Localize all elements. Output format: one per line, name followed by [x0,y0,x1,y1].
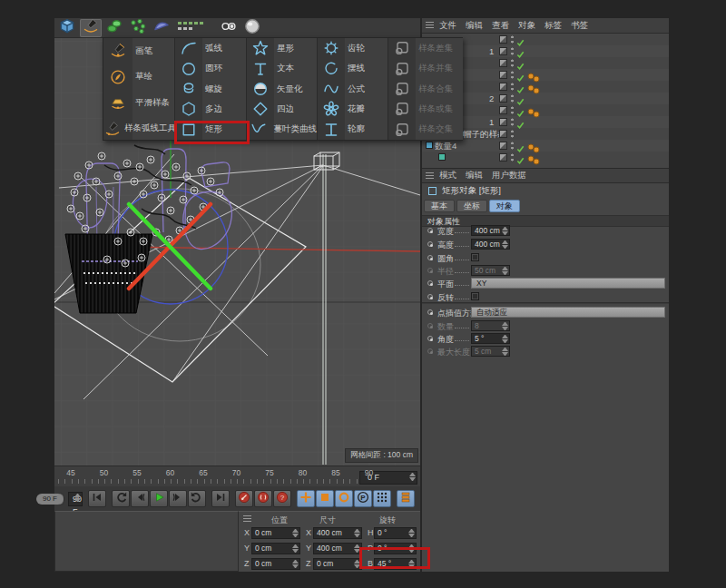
animate-dot-icon[interactable] [427,348,433,354]
animate-dot-icon[interactable] [427,294,433,299]
coords-field-rotation-b[interactable]: 45 ° [374,558,417,570]
om-menu-item-2[interactable]: 编辑 [466,20,483,32]
object-row[interactable]: 数量4 [422,140,669,152]
field-stepper-icon[interactable] [502,227,508,235]
frame-stepper-icon[interactable] [409,473,416,481]
layer-toggle-icon[interactable] [499,142,507,150]
field-stepper-icon[interactable] [502,322,508,330]
om-menu-item-6[interactable]: 书签 [571,20,588,32]
transport-record-selection-button[interactable] [254,490,272,507]
attr-dropdown-plane[interactable]: XY [471,278,665,289]
snap-cluster[interactable] [174,19,216,37]
menu-item-rectangle[interactable]: 矩形 [175,120,246,140]
field-stepper-icon[interactable] [354,529,360,537]
spline-pen-tool[interactable] [80,19,102,37]
menu-tool-smooth-spline[interactable]: 平滑样条 [103,90,174,116]
visibility-dots-icon[interactable] [511,59,514,67]
frame-input-stepper-icon[interactable] [74,494,81,502]
menu-item-formula[interactable]: 公式 [318,79,388,99]
layer-toggle-icon[interactable] [499,94,507,103]
animate-dot-icon[interactable] [427,323,433,328]
coords-field-position-y[interactable]: 0 cm [251,543,300,554]
transport-keyframe-position-button[interactable] [297,490,315,507]
field-stepper-icon[interactable] [408,544,415,553]
om-menu-item-1[interactable]: 文件 [439,20,456,32]
material-manager-panel[interactable] [54,511,239,572]
transport-summary-bars-button[interactable] [397,490,415,507]
layer-toggle-icon[interactable] [499,71,507,79]
om-menu-item-3[interactable]: 查看 [492,20,509,32]
panel-menu-icon[interactable] [426,172,434,180]
field-stepper-icon[interactable] [354,560,360,568]
menu-item-vectorizer[interactable]: 矢量化 [247,79,317,99]
am-menu-item-3[interactable]: 用户数据 [492,170,526,181]
visibility-dots-icon[interactable] [511,71,514,79]
field-stepper-icon[interactable] [502,335,508,343]
panel-menu-icon[interactable] [426,22,434,29]
attr-field-width[interactable]: 400 cm [471,225,510,236]
array-tool[interactable] [127,19,149,37]
visibility-dots-icon[interactable] [511,130,514,138]
coords-field-size-x[interactable]: 400 cm [313,527,362,539]
coords-field-position-z[interactable]: 0 cm [251,558,300,570]
visibility-dots-icon[interactable] [511,118,514,126]
animate-dot-icon[interactable] [427,241,433,247]
transport-go-to-start-button[interactable] [88,490,106,507]
timeline-ruler[interactable]: 0 F 45505560657075808590 [54,466,420,486]
attr-field-height[interactable]: 400 cm [471,239,510,250]
transport-next-key-button[interactable] [169,490,187,507]
field-stepper-icon[interactable] [292,544,299,553]
layer-toggle-icon[interactable] [499,118,507,126]
expression-tags-icon[interactable] [527,152,541,166]
layer-toggle-icon[interactable] [499,83,507,91]
layer-toggle-icon[interactable] [499,153,507,162]
attr-dropdown-interpolation[interactable]: 自动适应 [471,307,665,318]
tab-object[interactable]: 对象 [489,200,520,212]
range-end-bubble[interactable]: 90 F [36,494,64,505]
am-menu-item-1[interactable]: 模式 [439,170,456,181]
menu-item-profile[interactable]: 轮廓 [318,120,388,140]
cube-tool[interactable] [56,19,78,37]
transport-loop-forward-button[interactable] [188,490,206,507]
menu-item-ngon[interactable]: 多边 [175,99,246,119]
menu-item-gear[interactable]: 齿轮 [318,38,388,58]
field-stepper-icon[interactable] [354,544,360,553]
transport-auto-keying-button[interactable]: ? [273,490,291,507]
timeline-range-slider[interactable]: 90 F [56,493,64,505]
attr-field-max-length[interactable]: 5 cm [471,346,510,357]
coords-field-size-z[interactable]: 0 cm [313,558,362,570]
animate-dot-icon[interactable] [427,280,433,286]
menu-item-arc[interactable]: 弧线 [175,38,246,58]
field-stepper-icon[interactable] [502,348,508,356]
layer-toggle-icon[interactable] [499,59,507,67]
visibility-dots-icon[interactable] [511,142,514,150]
tab-basic[interactable]: 基本 [424,200,455,212]
layer-toggle-icon[interactable] [499,47,507,55]
field-stepper-icon[interactable] [502,240,508,249]
layer-toggle-icon[interactable] [499,35,507,44]
animate-dot-icon[interactable] [427,336,433,341]
enabled-check-icon[interactable] [516,152,525,166]
menu-tool-sketch[interactable]: 草绘 [103,64,174,91]
null-object-tool[interactable] [218,19,240,37]
field-stepper-icon[interactable] [292,560,299,568]
transport-keyframe-pla-button[interactable] [373,490,391,507]
animate-dot-icon[interactable] [427,228,433,233]
panel-menu-icon[interactable] [243,515,251,523]
animate-dot-icon[interactable] [427,309,433,315]
visibility-dots-icon[interactable] [511,94,514,103]
attr-checkbox-reverse[interactable] [471,292,479,300]
visibility-dots-icon[interactable] [511,106,514,114]
animate-dot-icon[interactable] [427,268,433,273]
field-stepper-icon[interactable] [408,560,415,568]
object-row[interactable] [422,152,669,163]
menu-tool-spline-arc-tool[interactable]: 样条弧线工具 [103,116,174,142]
om-menu-item-5[interactable]: 标签 [544,20,562,32]
visibility-dots-icon[interactable] [511,47,514,55]
visibility-dots-icon[interactable] [511,83,514,91]
transport-keyframe-parameter-button[interactable]: P [354,490,372,507]
om-menu-item-4[interactable]: 对象 [518,20,535,32]
menu-item-helix[interactable]: 螺旋 [175,79,246,99]
coords-field-size-y[interactable]: 400 cm [313,543,362,554]
menu-item-circle[interactable]: 圆环 [175,58,246,78]
